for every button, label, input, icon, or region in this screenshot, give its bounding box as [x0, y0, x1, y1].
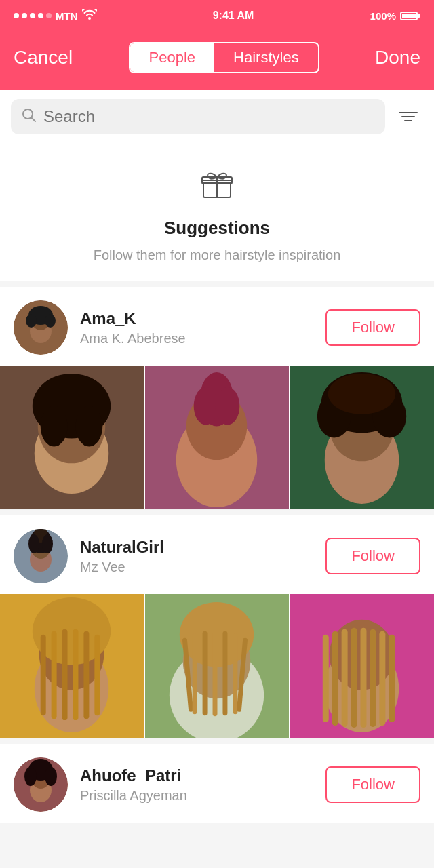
svg-point-22: [194, 387, 218, 425]
svg-rect-68: [379, 631, 385, 726]
username-ap: Ahuofe_Patri: [80, 766, 313, 785]
filter-button[interactable]: [393, 102, 423, 132]
svg-rect-42: [41, 635, 46, 715]
svg-point-30: [328, 374, 396, 414]
svg-line-1: [32, 118, 36, 122]
photo-ng-1: [0, 594, 144, 738]
wifi-icon: [82, 9, 97, 22]
realname-ng: Mz Vee: [80, 559, 313, 575]
filter-icon: [399, 112, 418, 121]
photo-ama-2: [145, 366, 289, 509]
svg-point-74: [24, 767, 37, 786]
status-bar: MTN 9:41 AM 100%: [0, 0, 434, 30]
svg-rect-43: [52, 631, 57, 719]
svg-rect-53: [193, 633, 197, 714]
search-icon: [22, 108, 37, 125]
battery-icon: [400, 12, 420, 20]
avatar-image-ama: [14, 300, 68, 355]
photo-ng-3: [290, 594, 434, 738]
svg-point-10: [26, 314, 37, 328]
user-header-ng: NaturalGirl Mz Vee Follow: [0, 515, 434, 594]
done-button[interactable]: Done: [375, 47, 420, 68]
svg-rect-65: [351, 628, 357, 728]
svg-point-11: [45, 314, 56, 328]
user-header-ap: Ahuofe_Patri Priscilla Agyeman Follow: [0, 744, 434, 823]
user-info-ng: NaturalGirl Mz Vee: [80, 538, 313, 575]
svg-rect-45: [73, 629, 78, 720]
search-bar: [0, 90, 434, 144]
user-info-ama: Ama_K Ama K. Abebrese: [80, 309, 313, 347]
signal-dots: [14, 13, 52, 18]
divider-mid: [0, 510, 434, 515]
carrier-label: MTN: [56, 10, 78, 22]
svg-rect-57: [233, 633, 237, 714]
avatar-image-ng: [14, 529, 68, 583]
user-item-ama: Ama_K Ama K. Abebrese Follow: [0, 287, 434, 510]
suggestions-subtitle: Follow them for more hairstyle inspirati…: [14, 245, 420, 264]
svg-rect-64: [342, 629, 348, 727]
svg-point-75: [45, 767, 57, 786]
photo-ama-3: [290, 366, 434, 509]
user-header-ama: Ama_K Ama K. Abebrese Follow: [0, 287, 434, 366]
user-info-ap: Ahuofe_Patri Priscilla Agyeman: [80, 766, 313, 804]
svg-rect-66: [361, 628, 367, 728]
photo-ng-2: [145, 594, 289, 738]
realname-ama: Ama K. Abebrese: [80, 331, 313, 347]
svg-rect-67: [370, 629, 376, 727]
photo-grid-ng: [0, 594, 434, 738]
svg-rect-55: [213, 630, 218, 716]
user-item-ng: NaturalGirl Mz Vee Follow: [0, 515, 434, 738]
svg-point-17: [75, 406, 102, 447]
username-ama: Ama_K: [80, 309, 313, 328]
status-left: MTN: [14, 9, 97, 22]
follow-button-ap[interactable]: Follow: [326, 766, 420, 803]
svg-rect-69: [389, 635, 395, 722]
divider-top: [0, 281, 434, 287]
realname-ap: Priscilla Agyeman: [80, 788, 313, 804]
search-input[interactable]: [43, 107, 374, 126]
follow-button-ama[interactable]: Follow: [326, 309, 420, 346]
suggestions-title: Suggestions: [14, 218, 420, 239]
svg-rect-44: [62, 629, 68, 720]
photo-ama-1: [0, 366, 144, 509]
battery-percentage: 100%: [370, 10, 396, 22]
avatar-image-ap: [14, 757, 68, 812]
avatar-ap: [14, 757, 68, 812]
nav-bar: Cancel People Hairstyles Done: [0, 30, 434, 90]
tab-people[interactable]: People: [130, 43, 215, 72]
svg-rect-46: [83, 631, 89, 719]
svg-point-36: [28, 534, 39, 553]
user-list: Ama_K Ama K. Abebrese Follow: [0, 287, 434, 823]
svg-rect-62: [323, 635, 329, 722]
svg-point-16: [41, 406, 68, 447]
tab-hairstyles[interactable]: Hairstyles: [214, 43, 318, 72]
username-ng: NaturalGirl: [80, 538, 313, 557]
cancel-button[interactable]: Cancel: [14, 47, 73, 68]
photo-grid-ama: [0, 366, 434, 509]
svg-rect-56: [222, 631, 227, 715]
svg-rect-63: [332, 631, 338, 726]
svg-point-37: [42, 534, 53, 553]
gift-icon: [14, 165, 420, 208]
svg-rect-54: [203, 631, 208, 715]
time-display: 9:41 AM: [213, 9, 254, 22]
avatar-ama: [14, 300, 68, 355]
nav-tabs: People Hairstyles: [129, 42, 319, 73]
user-item-ap: Ahuofe_Patri Priscilla Agyeman Follow: [0, 744, 434, 823]
avatar-ng: [14, 529, 68, 583]
follow-button-ng[interactable]: Follow: [326, 538, 420, 574]
divider-bot: [0, 738, 434, 744]
status-right: 100%: [370, 10, 420, 22]
suggestions-section: Suggestions Follow them for more hairsty…: [0, 144, 434, 281]
svg-point-23: [216, 387, 240, 425]
svg-rect-47: [94, 635, 100, 715]
search-input-wrapper[interactable]: [11, 99, 385, 134]
